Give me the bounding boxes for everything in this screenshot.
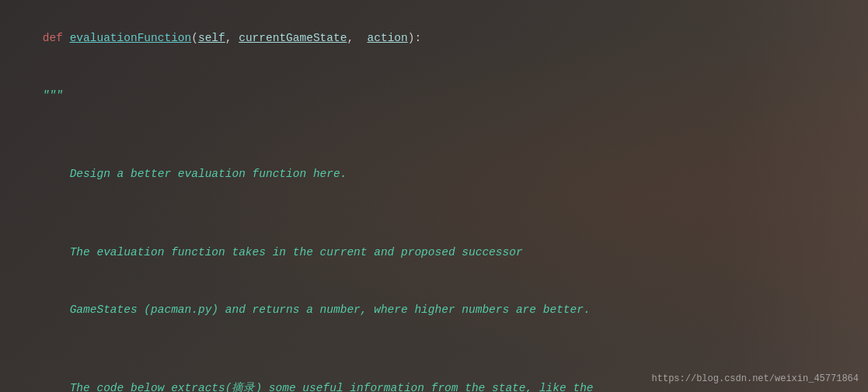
code-line-triple-quote-open: """ — [16, 67, 852, 124]
code-line-def: def evaluationFunction(self, currentGame… — [16, 9, 852, 67]
param-self: self — [198, 32, 225, 44]
close-paren-colon: ): — [408, 32, 421, 44]
code-line-eval-a: The evaluation function takes in the cur… — [16, 224, 852, 281]
comma1: , — [225, 32, 239, 44]
design-text: Design a better evaluation function here… — [43, 168, 347, 180]
keyword-def: def — [43, 32, 63, 44]
code-line-eval-b: GameStates (pacman.py) and returns a num… — [16, 281, 852, 338]
function-name: evaluationFunction — [70, 32, 192, 44]
eval-b-text: GameStates (pacman.py) and returns a num… — [43, 304, 591, 316]
triple-quote-open: """ — [43, 89, 63, 102]
comma2: , — [347, 32, 367, 44]
eval-a-text: The evaluation function takes in the cur… — [43, 246, 523, 258]
blank-line-1 — [16, 124, 852, 145]
code-line-design: Design a better evaluation function here… — [16, 145, 852, 203]
blank-line-2 — [16, 203, 852, 224]
blank-line-3 — [16, 338, 852, 359]
source-badge: https://blog.csdn.net/weixin_45771864 — [652, 373, 859, 384]
space-after-def — [63, 32, 70, 44]
extracts-a-text: The code below extracts(摘录) some useful … — [43, 382, 594, 392]
open-paren: ( — [191, 32, 198, 44]
param-action: action — [368, 32, 408, 44]
code-container: def evaluationFunction(self, currentGame… — [0, 0, 868, 392]
param-game-state: currentGameState — [239, 32, 347, 44]
